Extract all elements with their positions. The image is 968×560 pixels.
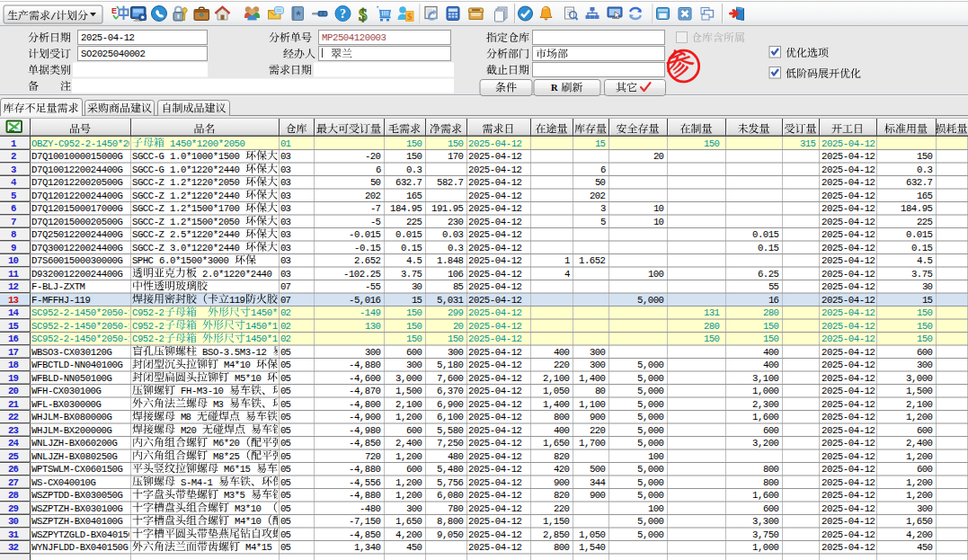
svg-text:2025-04-12: 2025-04-12 <box>821 360 875 370</box>
svg-text:1: 1 <box>11 138 16 149</box>
svg-text:119: 119 <box>229 295 245 306</box>
svg-text:02: 02 <box>280 321 291 332</box>
svg-text:315: 315 <box>800 138 816 149</box>
svg-text:3.0*1220*2440: 3.0*1220*2440 <box>170 243 240 253</box>
svg-text:220: 220 <box>554 503 570 514</box>
svg-text:-4,556: -4,556 <box>349 477 381 488</box>
svg-text:2025-04-12: 2025-04-12 <box>468 295 522 306</box>
svg-text:2,100: 2,100 <box>395 399 422 410</box>
svg-text:1,600: 1,600 <box>752 490 779 501</box>
svg-text:-480: -480 <box>360 503 381 514</box>
svg-text:20: 20 <box>8 386 19 396</box>
svg-text:1,150: 1,150 <box>543 516 570 527</box>
svg-text:1,340: 1,340 <box>354 542 381 553</box>
svg-text:150: 150 <box>704 138 720 149</box>
svg-text:1,200: 1,200 <box>906 451 933 462</box>
svg-text:-4,870: -4,870 <box>349 386 381 396</box>
svg-text:-4,850: -4,850 <box>349 438 381 449</box>
svg-text:M8*25: M8*25 <box>213 451 240 462</box>
svg-text:-4,880: -4,880 <box>349 464 381 475</box>
svg-text:150: 150 <box>917 151 933 162</box>
svg-text:2025-04-12: 2025-04-12 <box>468 386 522 396</box>
svg-text:1450*1200*2050: 1450*1200*2050 <box>170 138 245 149</box>
svg-text:2025-04-12: 2025-04-12 <box>821 438 875 449</box>
svg-text:165: 165 <box>406 191 422 201</box>
svg-text:2,400: 2,400 <box>395 438 422 449</box>
svg-text:0.15: 0.15 <box>911 243 933 253</box>
svg-text:2025-04-12: 2025-04-12 <box>821 281 875 292</box>
svg-text:300: 300 <box>406 360 422 370</box>
svg-text:2025-04-12: 2025-04-12 <box>821 477 875 488</box>
svg-text:9,050: 9,050 <box>437 529 464 540</box>
svg-text:2025-04-12: 2025-04-12 <box>468 360 522 370</box>
svg-text:2025-04-12: 2025-04-12 <box>821 321 875 332</box>
svg-text:1.2*1220*2440: 1.2*1220*2440 <box>170 191 240 201</box>
svg-text:150: 150 <box>704 333 720 344</box>
svg-text:6: 6 <box>11 203 16 214</box>
svg-text:5,000: 5,000 <box>637 360 664 370</box>
svg-text:1,700: 1,700 <box>579 438 606 449</box>
svg-text:4,200: 4,200 <box>906 529 933 540</box>
svg-text:2,100: 2,100 <box>906 399 933 410</box>
svg-text:300: 300 <box>406 503 422 514</box>
svg-text:03: 03 <box>280 164 291 175</box>
svg-text:WPTSWLM-CX060150G: WPTSWLM-CX060150G <box>31 464 123 475</box>
svg-text:2,850: 2,850 <box>543 529 570 540</box>
svg-text:03: 03 <box>280 191 291 201</box>
svg-text:M3: M3 <box>213 399 224 410</box>
svg-text:WFBLD-NN050100G: WFBLD-NN050100G <box>31 373 112 384</box>
svg-text:11: 11 <box>8 269 19 280</box>
svg-text:3,000: 3,000 <box>395 373 422 384</box>
svg-text:WFBCTLD-NN040100G: WFBCTLD-NN040100G <box>31 360 123 370</box>
svg-text:2025-04-12: 2025-04-12 <box>468 164 522 175</box>
svg-text:150: 150 <box>917 307 933 318</box>
svg-text:6,100: 6,100 <box>437 412 464 422</box>
svg-text:1,600: 1,600 <box>752 412 779 422</box>
svg-text:2025-04-12: 2025-04-12 <box>468 203 522 214</box>
svg-text:5,000: 5,000 <box>637 490 664 501</box>
svg-text:5,000: 5,000 <box>637 464 664 475</box>
svg-text:2025-04-12: 2025-04-12 <box>821 151 875 162</box>
svg-text:1,200: 1,200 <box>395 477 422 488</box>
svg-text:3: 3 <box>11 164 16 175</box>
svg-text:202: 202 <box>590 191 606 201</box>
svg-text:2025-04-12: 2025-04-12 <box>468 516 522 527</box>
svg-text:03: 03 <box>280 177 291 188</box>
svg-text:WNLJZH-BX060200G: WNLJZH-BX060200G <box>31 438 118 449</box>
svg-text:2025-04-12: 2025-04-12 <box>821 269 875 280</box>
svg-text:2: 2 <box>11 151 16 162</box>
svg-text:6: 6 <box>376 164 381 175</box>
svg-text:1,500: 1,500 <box>906 386 933 396</box>
svg-text:5,580: 5,580 <box>437 425 464 436</box>
svg-text:780: 780 <box>448 503 464 514</box>
svg-text:M4*10: M4*10 <box>235 516 262 527</box>
svg-text:1,050: 1,050 <box>543 386 570 396</box>
svg-text:5,000: 5,000 <box>637 373 664 384</box>
svg-text:5,000: 5,000 <box>637 295 664 306</box>
svg-text:900: 900 <box>554 477 570 488</box>
svg-text:7: 7 <box>11 217 16 227</box>
svg-text:$: $ <box>407 11 413 22</box>
svg-text:-0.015: -0.015 <box>349 229 381 240</box>
svg-text:05: 05 <box>280 399 291 410</box>
svg-text:3.75: 3.75 <box>911 269 933 280</box>
svg-text:SC952-2-1450*2050-1: SC952-2-1450*2050-1 <box>31 333 134 344</box>
svg-text:22: 22 <box>8 412 19 422</box>
svg-text:400: 400 <box>763 360 779 370</box>
svg-text:-4,880: -4,880 <box>349 360 381 370</box>
svg-text:0.15: 0.15 <box>758 243 779 253</box>
svg-text:-55: -55 <box>365 281 381 292</box>
svg-text:SGCC-G: SGCC-G <box>132 151 164 162</box>
svg-text:225: 225 <box>406 217 422 227</box>
svg-text:220: 220 <box>590 425 606 436</box>
svg-text:1,200: 1,200 <box>906 477 933 488</box>
svg-text:2025-04-12: 2025-04-12 <box>468 138 522 149</box>
svg-text:1,200: 1,200 <box>906 490 933 501</box>
svg-text:1.2*1500*1700: 1.2*1500*1700 <box>170 203 240 214</box>
svg-text:-4,850: -4,850 <box>349 529 381 540</box>
svg-text:280: 280 <box>763 307 779 318</box>
svg-text:05: 05 <box>280 425 291 436</box>
svg-text:3,750: 3,750 <box>752 529 779 540</box>
svg-text:600: 600 <box>763 503 779 514</box>
svg-text:05: 05 <box>280 347 291 358</box>
